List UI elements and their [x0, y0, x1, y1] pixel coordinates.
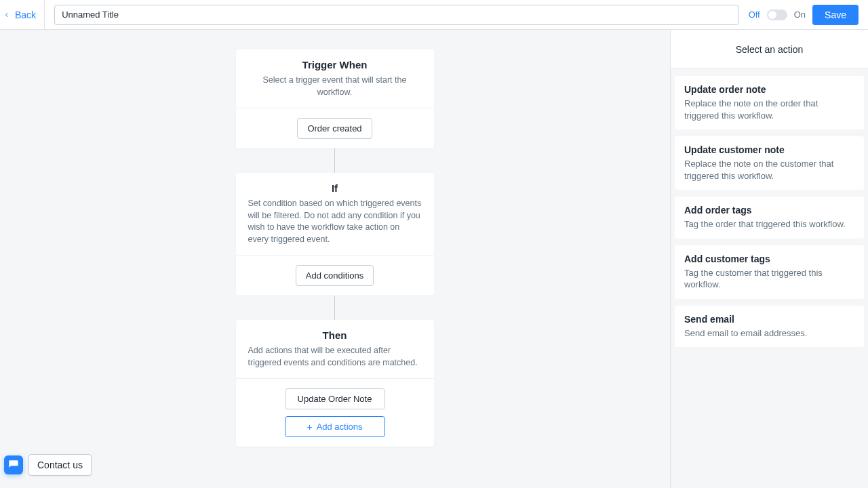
- back-button[interactable]: Back: [0, 0, 45, 29]
- workflow-canvas: Trigger When Select a trigger event that…: [0, 30, 669, 488]
- trigger-event-button[interactable]: Order created: [297, 118, 372, 139]
- workflow-title-input[interactable]: [54, 5, 739, 25]
- action-option-title: Add order tags: [684, 205, 854, 216]
- toggle-on-label: On: [794, 9, 806, 20]
- action-option-title: Update customer note: [684, 144, 854, 155]
- topbar: Back Off On Save: [0, 0, 868, 30]
- then-desc: Add actions that will be executed after …: [248, 345, 422, 369]
- if-desc: Set condition based on which triggered e…: [248, 198, 422, 245]
- contact-us-button[interactable]: Contact us: [28, 454, 92, 476]
- contact-widget: Contact us: [4, 454, 92, 476]
- action-panel: Select an action Update order note Repla…: [670, 30, 868, 488]
- trigger-title: Trigger When: [248, 59, 422, 70]
- action-option-title: Update order note: [684, 84, 854, 95]
- action-option-send-email[interactable]: Send email Send email to email addresses…: [675, 306, 864, 348]
- action-option-add-order-tags[interactable]: Add order tags Tag the order that trigge…: [675, 197, 864, 239]
- save-button[interactable]: Save: [812, 5, 859, 25]
- toggle-off-label: Off: [749, 9, 760, 20]
- workflow-enabled-toggle[interactable]: [767, 9, 787, 20]
- arrow-left-icon: [3, 11, 11, 19]
- back-label: Back: [15, 9, 36, 20]
- add-actions-label: Add actions: [317, 422, 363, 432]
- action-option-desc: Replace the note on the order that trigg…: [684, 98, 854, 121]
- action-option-update-customer-note[interactable]: Update customer note Replace the note on…: [675, 136, 864, 190]
- action-panel-header: Select an action: [671, 30, 868, 69]
- action-option-desc: Tag the order that triggered this workfl…: [684, 218, 854, 230]
- action-option-add-customer-tags[interactable]: Add customer tags Tag the customer that …: [675, 245, 864, 299]
- action-option-desc: Send email to email addresses.: [684, 327, 854, 340]
- add-actions-button[interactable]: + Add actions: [285, 416, 385, 437]
- add-conditions-button[interactable]: Add conditions: [296, 265, 374, 286]
- topbar-controls: Off On Save: [749, 5, 868, 25]
- action-option-title: Send email: [684, 314, 854, 325]
- action-option-desc: Replace the note on the customer that tr…: [684, 158, 854, 182]
- chat-launcher[interactable]: [4, 455, 23, 474]
- plus-icon: +: [307, 422, 312, 432]
- if-title: If: [248, 182, 422, 194]
- chat-icon: [8, 460, 19, 470]
- action-option-desc: Tag the customer that triggered this wor…: [684, 267, 854, 291]
- action-option-update-order-note[interactable]: Update order note Replace the note on th…: [675, 76, 864, 129]
- action-update-order-note-button[interactable]: Update Order Note: [285, 388, 385, 409]
- then-title: Then: [248, 329, 422, 341]
- then-block: Then Add actions that will be executed a…: [236, 320, 434, 447]
- action-option-title: Add customer tags: [684, 253, 854, 264]
- connector-line: [334, 148, 335, 173]
- if-block: If Set condition based on which triggere…: [236, 173, 434, 296]
- trigger-block: Trigger When Select a trigger event that…: [236, 49, 434, 148]
- connector-line: [334, 296, 335, 320]
- trigger-desc: Select a trigger event that will start t…: [248, 75, 422, 98]
